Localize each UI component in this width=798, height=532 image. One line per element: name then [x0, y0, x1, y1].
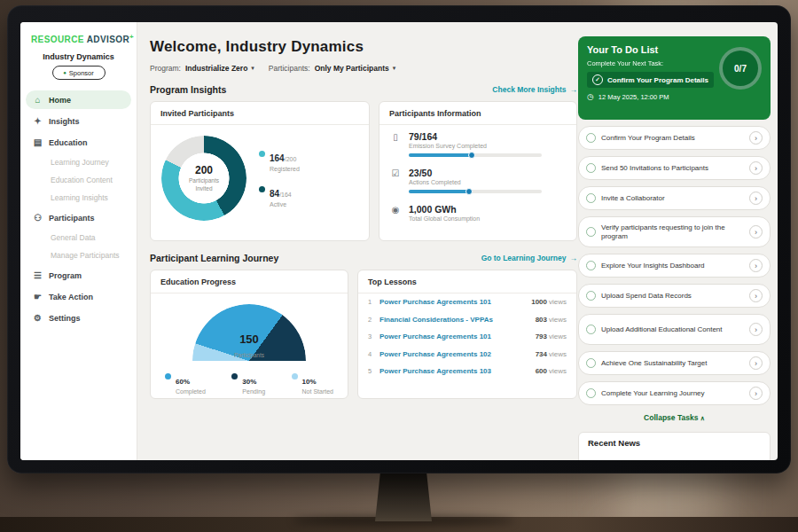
todo-item[interactable]: Upload Additional Educational Content ›	[578, 314, 771, 345]
gauge-center-label: 150 Participants	[192, 333, 306, 361]
sidebar-item-insights[interactable]: ✦ Insights	[26, 112, 131, 130]
logo-plus: +	[129, 33, 134, 41]
task-checkbox[interactable]	[586, 163, 596, 173]
sidebar: RESOURCE ADVISOR+ Industry Dynamics ● Sp…	[20, 22, 137, 460]
sidebar-item-label: Learning Insights	[51, 193, 108, 202]
todo-item[interactable]: Upload Spend Data Records ›	[578, 284, 771, 308]
chevron-right-icon[interactable]: ›	[749, 289, 763, 302]
due-date: 12 May 2025, 12:00 PM	[598, 93, 669, 101]
legend-value: 10%	[302, 378, 317, 386]
todo-item[interactable]: Complete Your Learning Journey ›	[578, 381, 771, 405]
chevron-up-icon: ∧	[700, 415, 705, 421]
collapse-tasks-button[interactable]: Collapse Tasks ∧	[578, 413, 771, 422]
filter-bar: Program: Industrialize Zero ▾ Participan…	[150, 64, 577, 73]
task-label: Send 50 Invitations to Participants	[601, 164, 744, 173]
participants-select[interactable]: Only My Participants ▾	[315, 64, 396, 73]
lesson-views-unit: views	[549, 316, 567, 324]
task-label: Explore Your Insights Dashboard	[601, 262, 744, 270]
participants-filter-label: Participants:	[269, 64, 310, 73]
insights-cards-row: Invited Participants 200 Participants In…	[150, 101, 577, 241]
chevron-right-icon[interactable]: ›	[749, 356, 763, 370]
lesson-views: 600views	[536, 367, 567, 375]
chevron-right-icon[interactable]: ›	[749, 323, 763, 336]
learning-journey-header: Participant Learning Journey Go to Learn…	[150, 253, 577, 263]
lesson-views-count: 600	[536, 367, 547, 375]
todo-item[interactable]: Send 50 Invitations to Participants ›	[578, 156, 771, 180]
check-more-insights-link[interactable]: Check More Insights →	[492, 85, 577, 94]
lesson-link[interactable]: Power Purchase Agreements 101	[379, 332, 536, 340]
sidebar-item-general-data[interactable]: General Data	[26, 230, 131, 246]
program-select-value: Industrialize Zero	[185, 64, 247, 73]
lesson-link[interactable]: Power Purchase Agreements 103	[379, 367, 536, 375]
chevron-right-icon[interactable]: ›	[749, 131, 763, 145]
invited-participants-card: Invited Participants 200 Participants In…	[150, 101, 370, 241]
lesson-rank: 1	[368, 298, 379, 306]
link-label: Go to Learning Journey	[481, 254, 567, 262]
next-task-label: Confirm Your Program Details	[607, 76, 708, 84]
legend-label: Active	[270, 201, 292, 207]
task-checkbox[interactable]	[586, 261, 596, 270]
program-select[interactable]: Industrialize Zero ▾	[185, 64, 254, 73]
lesson-link[interactable]: Financial Considerations - VPPAs	[379, 316, 536, 324]
legend-label: Pending	[242, 388, 265, 395]
lesson-row: 1 Power Purchase Agreements 101 1000view…	[358, 293, 576, 311]
todo-progress-count: 0/7	[734, 64, 747, 74]
todo-item[interactable]: Explore Your Insights Dashboard ›	[578, 254, 771, 278]
todo-item[interactable]: Achieve One Sustainability Target ›	[578, 351, 771, 375]
todo-panel: Your To Do List Complete Your Next Task:…	[578, 22, 771, 460]
sidebar-item-label: Insights	[49, 117, 80, 126]
legend-value: 164	[270, 153, 285, 163]
chevron-right-icon[interactable]: ›	[749, 259, 763, 272]
todo-item[interactable]: Invite a Collaborator ›	[578, 186, 771, 210]
chevron-right-icon[interactable]: ›	[749, 161, 763, 175]
lesson-views: 734views	[536, 350, 567, 358]
lesson-rank: 5	[368, 367, 379, 375]
lesson-link[interactable]: Power Purchase Agreements 101	[379, 298, 531, 306]
lesson-row: 3 Power Purchase Agreements 101 793views	[358, 328, 576, 346]
chevron-right-icon[interactable]: ›	[749, 192, 763, 205]
recent-news-title: Recent News	[588, 438, 761, 448]
checklist-icon: ☑	[390, 168, 401, 178]
todo-item[interactable]: Confirm Your Program Details ›	[578, 126, 771, 150]
task-label: Verify participants requesting to join t…	[601, 223, 744, 240]
lesson-link[interactable]: Power Purchase Agreements 102	[379, 350, 536, 358]
sidebar-item-take-action[interactable]: ☛ Take Action	[26, 287, 131, 306]
stat-value: 79/164	[409, 131, 542, 142]
stat-emission-survey: ▯ 79/164 Emission Survey Completed	[379, 125, 576, 161]
task-checkbox[interactable]	[586, 388, 596, 398]
card-title: Top Lessons	[358, 270, 576, 293]
task-label: Confirm Your Program Details	[601, 134, 744, 143]
card-title: Education Progress	[151, 270, 348, 293]
stat-actions-completed: ☑ 23/50 Actions Completed	[379, 161, 576, 198]
sidebar-item-learning-insights[interactable]: Learning Insights	[26, 190, 131, 206]
sidebar-item-label: Education Content	[51, 176, 113, 184]
sidebar-item-label: Participants	[49, 214, 95, 223]
sidebar-item-participants[interactable]: ⚇ Participants	[26, 208, 131, 227]
chevron-down-icon: ▾	[251, 65, 254, 72]
task-checkbox[interactable]	[586, 133, 596, 143]
task-checkbox[interactable]	[586, 227, 596, 237]
monitor-stand	[375, 468, 432, 521]
task-checkbox[interactable]	[586, 291, 596, 301]
chevron-right-icon[interactable]: ›	[749, 387, 763, 400]
sidebar-item-education-content[interactable]: Education Content	[26, 172, 131, 188]
legend-value: 84	[270, 189, 279, 199]
legend-denominator: /200	[285, 156, 297, 162]
task-checkbox[interactable]	[586, 193, 596, 203]
task-checkbox[interactable]	[586, 325, 596, 334]
sidebar-item-settings[interactable]: ⚙ Settings	[26, 309, 131, 327]
sidebar-item-program[interactable]: ☰ Program	[26, 266, 131, 285]
legend-item-pending: 30% Pending	[231, 372, 265, 395]
sidebar-item-home[interactable]: ⌂ Home	[26, 90, 131, 109]
sidebar-item-learning-journey[interactable]: Learning Journey	[26, 154, 131, 170]
next-task-banner[interactable]: ✓ Confirm Your Program Details	[587, 72, 714, 88]
go-to-learning-journey-link[interactable]: Go to Learning Journey →	[481, 254, 577, 262]
chevron-right-icon[interactable]: ›	[749, 225, 763, 239]
lesson-views: 1000views	[531, 298, 567, 306]
task-label: Upload Spend Data Records	[601, 292, 744, 301]
sidebar-item-education[interactable]: ▤ Education	[26, 133, 131, 152]
todo-item[interactable]: Verify participants requesting to join t…	[578, 216, 771, 247]
task-checkbox[interactable]	[586, 358, 596, 368]
sidebar-item-manage-participants[interactable]: Manage Participants	[26, 247, 131, 263]
sponsor-badge[interactable]: ● Sponsor	[52, 66, 106, 80]
